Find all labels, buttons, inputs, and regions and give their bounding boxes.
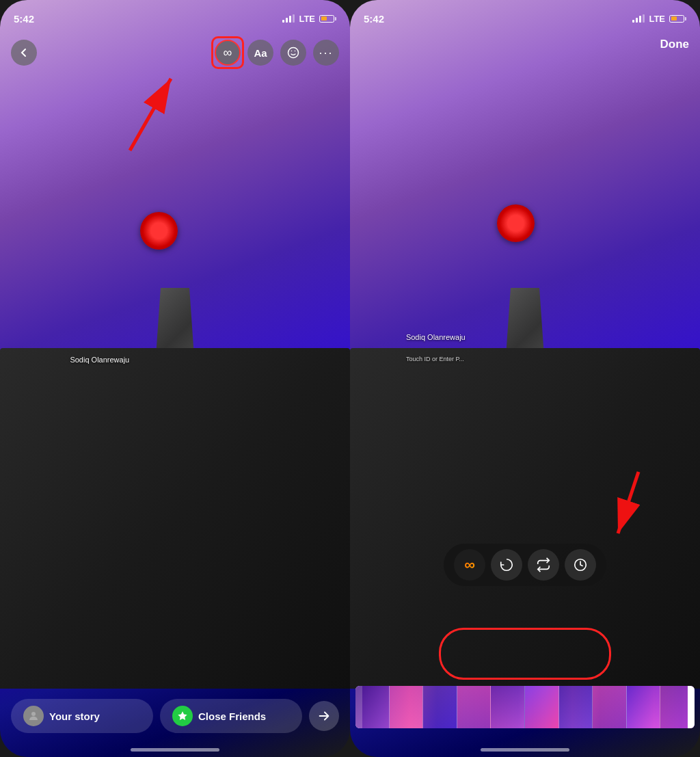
right-battery-fill <box>671 16 677 21</box>
infinity-button[interactable]: ∞ <box>215 40 241 66</box>
boomerang-slowmo-button[interactable] <box>565 549 596 581</box>
boomerang-loop-button[interactable] <box>528 549 559 581</box>
done-label: Done <box>660 38 690 51</box>
left-network-label: LTE <box>299 14 315 24</box>
keyboard-area <box>0 348 350 689</box>
strip-frame-3 <box>423 686 457 728</box>
svg-point-5 <box>31 712 36 716</box>
strip-frame-6 <box>525 686 559 728</box>
back-button[interactable] <box>11 40 37 66</box>
boomerang-toolbar: ∞ <box>444 544 606 586</box>
rose-decal <box>140 212 178 250</box>
left-home-indicator <box>131 748 219 752</box>
strip-frame-1 <box>355 686 390 728</box>
video-strip[interactable] <box>355 686 695 728</box>
more-button[interactable]: ··· <box>313 40 339 66</box>
boomerang-infinity-button[interactable]: ∞ <box>454 549 485 581</box>
svg-point-0 <box>288 48 299 58</box>
left-battery-tip <box>335 17 336 21</box>
send-button[interactable] <box>309 701 339 731</box>
strip-frame-7 <box>559 686 593 728</box>
boomerang-infinity-icon: ∞ <box>464 556 475 574</box>
sticker-button[interactable] <box>280 40 306 66</box>
left-phone-screen: 5:42 LTE Sodiq Olanrewaju <box>0 0 350 757</box>
text-icon: Aa <box>254 47 267 59</box>
left-battery-body <box>319 15 334 23</box>
your-story-button[interactable]: Your story <box>11 699 153 733</box>
left-battery-icon <box>319 15 336 23</box>
more-icon: ··· <box>319 46 333 60</box>
right-battery-icon <box>669 15 686 23</box>
strip-frame-8 <box>593 686 627 728</box>
right-battery-tip <box>685 17 686 21</box>
right-home-indicator <box>481 748 569 752</box>
infinity-btn-wrapper: ∞ <box>215 40 241 66</box>
video-strip-right-handle[interactable] <box>688 686 695 728</box>
strip-frame-9 <box>627 686 661 728</box>
your-story-label: Your story <box>49 710 100 722</box>
right-signal-icon <box>632 14 645 23</box>
right-rose-decal <box>497 204 535 242</box>
strip-frame-2 <box>390 686 424 728</box>
right-phone-screen: 5:42 LTE Sodiq Olanrewaju Touch ID or En… <box>350 0 700 757</box>
left-status-bar: 5:42 LTE <box>0 0 350 30</box>
left-toolbar: ∞ Aa ··· <box>0 34 350 71</box>
close-friends-icon <box>172 706 193 726</box>
left-status-right: LTE <box>282 14 336 24</box>
strip-frame-4 <box>457 686 492 728</box>
left-signal-icon <box>282 14 295 23</box>
boomerang-toolbar-wrapper: ∞ <box>444 633 606 675</box>
text-button[interactable]: Aa <box>247 40 273 66</box>
right-status-right: LTE <box>632 14 686 24</box>
boomerang-red-box <box>439 628 611 680</box>
infinity-icon: ∞ <box>224 46 232 60</box>
svg-marker-6 <box>178 711 187 720</box>
left-time: 5:42 <box>14 13 34 25</box>
left-battery-fill <box>321 16 327 21</box>
right-toolbar-group: ∞ Aa ··· <box>215 40 339 66</box>
close-friends-button[interactable]: Close Friends <box>160 699 302 733</box>
left-bottom-bar: Your story Close Friends <box>0 699 350 733</box>
right-network-label: LTE <box>649 14 665 24</box>
right-phone-panel: 5:42 LTE Sodiq Olanrewaju Touch ID or En… <box>350 0 700 757</box>
close-friends-label: Close Friends <box>198 710 266 722</box>
done-button[interactable]: Done <box>660 38 690 51</box>
boomerang-rewind-button[interactable] <box>491 549 522 581</box>
right-battery-body <box>669 15 684 23</box>
strip-frame-5 <box>491 686 525 728</box>
story-avatar <box>23 706 44 726</box>
right-time: 5:42 <box>364 13 384 25</box>
left-phone-panel: 5:42 LTE Sodiq Olanrewaju <box>0 0 350 757</box>
right-status-bar: 5:42 LTE <box>350 0 700 30</box>
